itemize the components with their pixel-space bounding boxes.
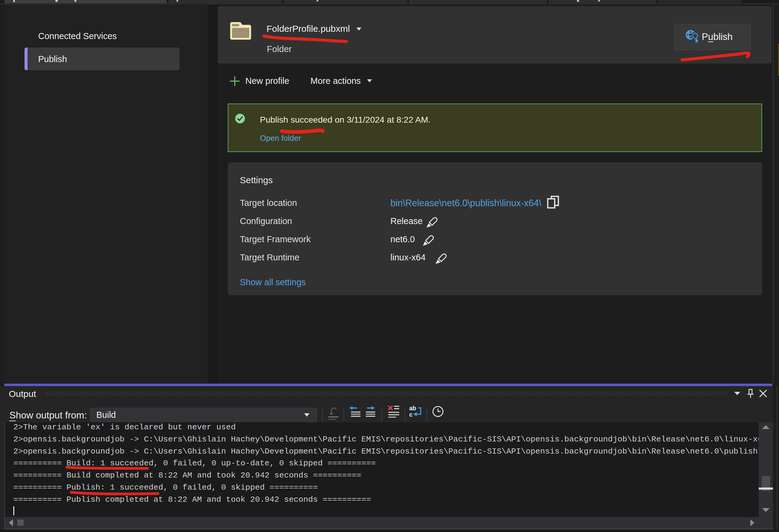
svg-text:c: c: [409, 411, 413, 418]
svg-text:ab: ab: [409, 405, 416, 411]
